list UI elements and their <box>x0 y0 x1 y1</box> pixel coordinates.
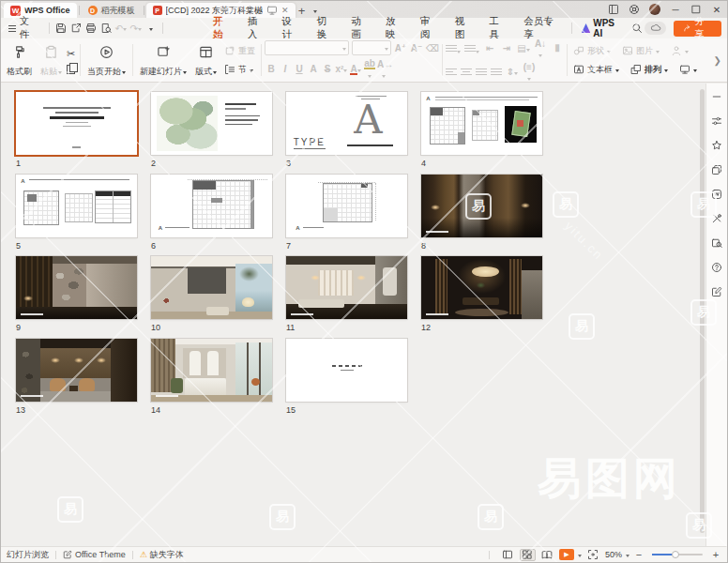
zoom-options-chevron-icon[interactable] <box>626 555 629 559</box>
clear-format-icon[interactable]: ⌫ <box>426 43 439 53</box>
slide-thumbnail-6[interactable]: A <box>151 175 272 237</box>
new-slide-button[interactable]: 新建幻灯片 <box>136 40 190 80</box>
tab-home[interactable]: 开始 <box>205 15 239 41</box>
undo-icon[interactable]: ↶ <box>114 21 129 36</box>
feedback-edit-icon[interactable] <box>710 284 724 298</box>
play-slideshow-button[interactable]: ▶ <box>559 549 574 560</box>
slide-thumbnail-3[interactable]: A TYPE <box>286 92 407 155</box>
shapes-button[interactable]: 形状 <box>570 43 614 59</box>
format-painter-button[interactable]: 格式刷 <box>3 40 36 80</box>
split-pane-icon[interactable] <box>603 1 624 18</box>
share-button[interactable]: 分享 <box>674 21 721 37</box>
align-center-icon[interactable] <box>461 67 472 77</box>
fit-window-icon[interactable] <box>585 549 601 561</box>
minimize-button[interactable]: ─ <box>665 1 686 18</box>
numbered-list-icon[interactable] <box>464 40 479 57</box>
slide-thumbnail-4[interactable]: A <box>421 92 542 155</box>
wps-w-badge-icon[interactable] <box>710 187 724 201</box>
ribbon-expand-chevron-icon[interactable]: ❯ <box>710 55 725 66</box>
font-name-combobox[interactable] <box>265 40 349 55</box>
slide-thumbnail-1[interactable] <box>16 92 137 155</box>
print-icon[interactable] <box>83 21 99 36</box>
slide-layout-button[interactable]: 版式 <box>191 40 220 80</box>
shadow-icon[interactable]: A <box>307 64 320 74</box>
help-cube-icon[interactable] <box>624 1 645 18</box>
copy-icon[interactable] <box>67 63 77 73</box>
tools-icon[interactable] <box>710 211 724 225</box>
vertical-scrollbar[interactable] <box>700 87 705 540</box>
slide-thumbnail-8[interactable] <box>421 175 542 237</box>
search-icon[interactable] <box>629 21 645 36</box>
docer-template-tab[interactable]: D 稻壳模板 <box>82 3 142 18</box>
slide-thumbnail-10[interactable] <box>151 256 272 319</box>
paragraph-settings-icon[interactable]: (≡) <box>523 62 536 83</box>
zoom-out-button[interactable]: − <box>633 549 645 560</box>
reader-search-icon[interactable] <box>710 236 724 250</box>
zoom-slider[interactable] <box>652 554 703 555</box>
vertical-text-icon[interactable]: A↓ <box>534 38 547 59</box>
reset-slide-button[interactable]: 重置 <box>221 43 258 59</box>
paste-button[interactable]: 粘贴 <box>37 40 66 80</box>
layers-copy-icon[interactable] <box>710 162 724 176</box>
tab-insert[interactable]: 插入 <box>239 15 274 41</box>
cut-icon[interactable]: ✂ <box>67 48 77 60</box>
tab-transition[interactable]: 切换 <box>308 15 342 41</box>
avatar-insert-button[interactable] <box>668 43 691 59</box>
close-tab-icon[interactable]: ✕ <box>281 6 289 15</box>
increase-indent-icon[interactable]: ⇥ <box>500 43 513 53</box>
more-commands-chevron-icon[interactable] <box>144 21 159 36</box>
bullet-list-icon[interactable] <box>446 40 461 57</box>
font-size-combobox[interactable] <box>352 40 391 55</box>
bold-icon[interactable]: B <box>265 64 278 74</box>
increase-font-icon[interactable]: A⁺ <box>394 43 407 53</box>
tab-animation[interactable]: 动画 <box>342 15 377 41</box>
align-left-icon[interactable] <box>446 67 457 77</box>
slide-thumbnail-7[interactable]: A <box>286 175 407 237</box>
wps-ai-button[interactable]: WPS AI <box>576 18 629 38</box>
zoom-slider-knob[interactable] <box>672 551 679 558</box>
slide-sorter-view-icon[interactable] <box>520 549 536 561</box>
align-right-icon[interactable] <box>476 67 487 77</box>
superscript-icon[interactable]: x² <box>335 64 348 74</box>
export-icon[interactable] <box>68 21 83 36</box>
print-preview-icon[interactable] <box>99 21 114 36</box>
line-spacing-icon[interactable]: ⇕ <box>506 67 519 77</box>
slide-thumbnail-14[interactable] <box>151 339 272 402</box>
highlight-color-icon[interactable]: ab <box>363 58 376 80</box>
tab-review[interactable]: 审阅 <box>412 15 447 41</box>
decrease-indent-icon[interactable]: ⇤ <box>483 43 496 53</box>
underline-icon[interactable]: U <box>293 64 306 74</box>
properties-sliders-icon[interactable] <box>710 114 724 128</box>
collapse-handle-icon[interactable] <box>710 89 724 103</box>
zoom-in-button[interactable]: + <box>710 549 721 560</box>
section-button[interactable]: 节 <box>221 62 258 78</box>
slideshow-setup-button[interactable] <box>676 62 700 78</box>
play-from-current-button[interactable]: 当页开始 <box>83 40 129 80</box>
italic-icon[interactable]: I <box>279 64 292 74</box>
slide-thumbnail-12[interactable] <box>421 256 542 319</box>
arrange-button[interactable]: 排列 <box>628 62 671 78</box>
picture-button[interactable]: 图片 <box>619 43 662 59</box>
slide-thumbnail-13[interactable] <box>16 339 137 402</box>
theme-indicator[interactable]: Office Theme <box>63 550 126 559</box>
slide-thumbnail-11[interactable] <box>286 256 407 319</box>
text-direction-icon[interactable]: ▤ <box>517 43 530 53</box>
slide-thumbnail-2[interactable] <box>151 92 272 155</box>
font-color-icon[interactable]: A <box>349 64 362 75</box>
scrollbar-thumb[interactable] <box>700 89 705 533</box>
columns-icon[interactable]: ⫴ <box>551 43 564 54</box>
tab-slideshow[interactable]: 放映 <box>377 15 412 41</box>
save-icon[interactable] <box>53 21 68 36</box>
cloud-sync-icon[interactable] <box>645 22 666 35</box>
character-spacing-icon[interactable]: A↔ <box>377 59 390 80</box>
reading-view-icon[interactable] <box>539 549 555 561</box>
tab-design[interactable]: 设计 <box>274 15 309 41</box>
textbox-button[interactable]: 文本框 <box>570 62 622 78</box>
normal-view-icon[interactable] <box>500 549 516 561</box>
play-options-chevron-icon[interactable] <box>578 555 582 559</box>
redo-icon[interactable]: ↷ <box>129 21 144 36</box>
slide-thumbnail-15[interactable] <box>286 339 407 402</box>
decrease-font-icon[interactable]: A⁻ <box>410 43 423 53</box>
star-favorites-icon[interactable] <box>710 138 724 152</box>
user-avatar[interactable] <box>645 1 665 18</box>
